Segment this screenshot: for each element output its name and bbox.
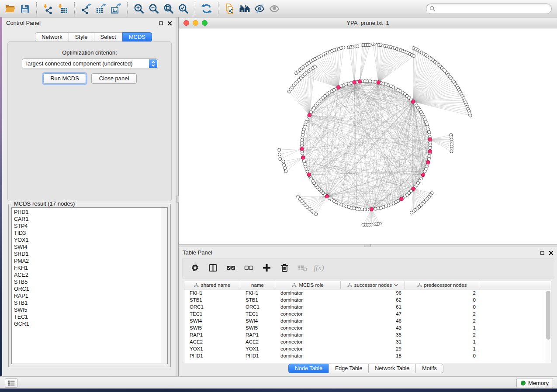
select-all-button[interactable]	[225, 263, 236, 274]
graph-leaf-node[interactable]	[412, 55, 415, 58]
table-row[interactable]: ACE2ACE2connector311	[184, 338, 551, 345]
graph-leaf-node[interactable]	[410, 211, 413, 214]
cell-predecessor-nodes[interactable]: 2	[405, 317, 479, 324]
graph-hub-node[interactable]	[400, 197, 404, 201]
cell-successor-nodes[interactable]: 61	[341, 303, 405, 310]
table-tab-node-table[interactable]: Node Table	[288, 364, 329, 373]
cell-mcds-role[interactable]: connector	[275, 345, 341, 352]
cell-predecessor-nodes[interactable]: 2	[405, 310, 479, 317]
zoom-fit-button[interactable]	[161, 2, 176, 16]
table-settings-button[interactable]	[190, 263, 200, 274]
table-row[interactable]: SWI5SWI5connector431	[184, 324, 551, 331]
run-mcds-button[interactable]: Run MCDS	[43, 73, 86, 84]
cell-successor-nodes[interactable]: 29	[341, 345, 405, 352]
cell-name[interactable]: PHD1	[240, 352, 275, 359]
export-table-button[interactable]	[93, 2, 108, 16]
graph-leaf-node[interactable]	[368, 44, 371, 47]
mcds-result-item[interactable]: SWI4	[12, 244, 161, 251]
table-row[interactable]: TEC1TEC1connector472	[184, 310, 551, 317]
cell-name[interactable]: FKH1	[240, 289, 275, 296]
mcds-result-item[interactable]: PMA2	[12, 258, 161, 265]
graph-hub-node[interactable]	[421, 173, 425, 177]
cell-predecessor-nodes[interactable]: 1	[405, 345, 479, 352]
graph-hub-node[interactable]	[411, 100, 415, 104]
mcds-result-item[interactable]: SWI5	[12, 306, 161, 313]
tab-mcds[interactable]: MCDS	[122, 32, 152, 42]
tab-style[interactable]: Style	[69, 32, 94, 42]
cell-predecessor-nodes[interactable]: 0	[405, 352, 479, 359]
graph-hub-node[interactable]	[325, 194, 329, 198]
mcds-result-item[interactable]: TID3	[12, 230, 161, 237]
refresh-network-button[interactable]	[199, 2, 214, 16]
column-header-successor-nodes[interactable]: successor nodes	[341, 281, 405, 289]
search-input[interactable]	[426, 3, 552, 14]
cell-predecessor-nodes[interactable]: 2	[405, 289, 479, 296]
zoom-in-button[interactable]	[131, 2, 146, 16]
graph-hub-node[interactable]	[307, 173, 311, 177]
cell-shared-name[interactable]: ACE2	[184, 338, 240, 345]
graph-node[interactable]	[374, 207, 377, 210]
network-window-titlebar[interactable]: YPA_prune.txt_1	[179, 17, 557, 28]
cell-shared-name[interactable]: FKH1	[184, 289, 240, 296]
cell-successor-nodes[interactable]: 62	[341, 296, 405, 303]
add-column-button[interactable]	[261, 263, 272, 274]
mcds-result-item[interactable]: PHD1	[12, 209, 161, 216]
graph-hub-node[interactable]	[370, 207, 374, 211]
horizontal-splitter-grip[interactable]	[364, 244, 371, 247]
mcds-result-item[interactable]: STP4	[12, 223, 161, 230]
cell-mcds-role[interactable]: dominator	[275, 317, 341, 324]
graph-leaf-node[interactable]	[279, 158, 282, 161]
table-row[interactable]: RAP1RAP1dominator352	[184, 331, 551, 338]
cell-name[interactable]: STB1	[240, 296, 275, 303]
cell-name[interactable]: TEC1	[240, 310, 275, 317]
cell-successor-nodes[interactable]: 46	[341, 317, 405, 324]
cell-name[interactable]: SWI4	[240, 317, 275, 324]
graph-leaf-node[interactable]	[313, 65, 316, 68]
cell-successor-nodes[interactable]: 96	[341, 289, 405, 296]
cell-shared-name[interactable]: RAP1	[184, 331, 240, 338]
cell-mcds-role[interactable]: connector	[275, 338, 341, 345]
cell-name[interactable]: RAP1	[240, 331, 275, 338]
table-scrollbar[interactable]	[545, 290, 551, 363]
close-panel-icon[interactable]	[167, 21, 172, 26]
cell-mcds-role[interactable]: connector	[275, 324, 341, 331]
mcds-result-item[interactable]: GCR1	[12, 320, 161, 327]
show-columns-button[interactable]	[208, 263, 218, 274]
graph-leaf-node[interactable]	[469, 114, 472, 117]
cell-mcds-role[interactable]: dominator	[275, 289, 341, 296]
network-canvas[interactable]	[179, 28, 557, 244]
graph-leaf-node[interactable]	[284, 167, 287, 170]
cell-shared-name[interactable]: YOX1	[184, 345, 240, 352]
graph-leaf-node[interactable]	[278, 153, 281, 156]
graph-leaf-node[interactable]	[362, 223, 365, 226]
open-session-button[interactable]	[3, 2, 17, 16]
cell-predecessor-nodes[interactable]: 1	[405, 324, 479, 331]
cell-successor-nodes[interactable]: 43	[341, 324, 405, 331]
export-network-button[interactable]	[79, 2, 93, 16]
criterion-select[interactable]: largest connected component (undirected)	[22, 58, 158, 69]
cell-name[interactable]: YOX1	[240, 345, 275, 352]
float-window-icon[interactable]	[158, 21, 163, 26]
table-row[interactable]: SWI4SWI4dominator462	[184, 317, 551, 324]
table-row[interactable]: YOX1YOX1connector291	[184, 345, 551, 352]
import-table-file-button[interactable]	[55, 2, 70, 16]
graph-node[interactable]	[302, 160, 305, 163]
graph-leaf-node[interactable]	[283, 163, 286, 166]
mcds-result-item[interactable]: TEC1	[12, 313, 161, 320]
graph-leaf-node[interactable]	[278, 148, 281, 151]
table-row[interactable]: STB1STB1dominator620	[184, 296, 551, 303]
cell-shared-name[interactable]: SWI4	[184, 317, 240, 324]
hide-selected-button[interactable]	[252, 2, 267, 16]
export-image-button[interactable]	[108, 2, 123, 16]
cell-predecessor-nodes[interactable]: 2	[405, 331, 479, 338]
deselect-all-button[interactable]	[243, 263, 254, 274]
horizontal-splitter[interactable]	[179, 244, 557, 247]
mcds-result-item[interactable]: STB5	[12, 279, 161, 285]
mcds-result-item[interactable]: ORC1	[12, 285, 161, 292]
network-graph[interactable]	[179, 28, 557, 244]
graph-hub-node[interactable]	[426, 160, 430, 164]
cell-shared-name[interactable]: TEC1	[184, 310, 240, 317]
graph-leaf-node[interactable]	[282, 160, 285, 163]
cell-predecessor-nodes[interactable]: 0	[405, 296, 479, 303]
cell-mcds-role[interactable]: connector	[275, 310, 341, 317]
